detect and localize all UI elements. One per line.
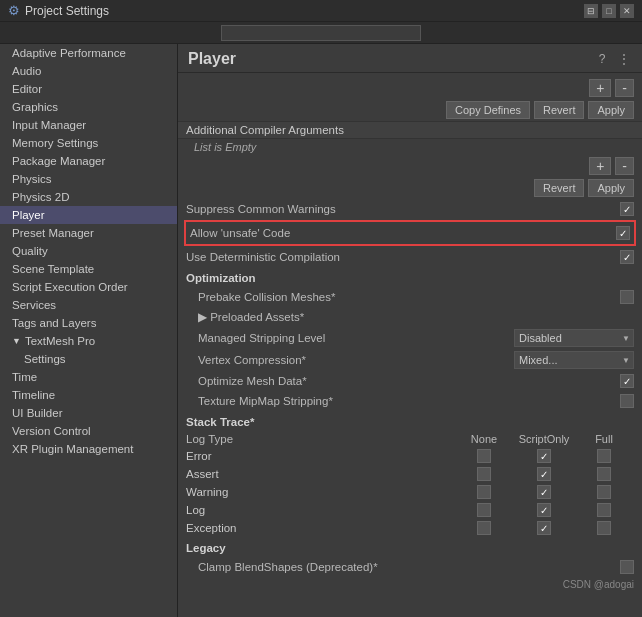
sidebar-item-scene-template[interactable]: Scene Template: [0, 260, 177, 278]
sidebar: Adaptive Performance Audio Editor Graphi…: [0, 44, 178, 617]
texture-mipmap-checkbox[interactable]: [620, 394, 634, 408]
assert-scriptonly-cell: [514, 467, 574, 481]
minimize-button[interactable]: ⊟: [584, 4, 598, 18]
managed-stripping-select[interactable]: Disabled Low Medium High: [514, 329, 634, 347]
sidebar-item-quality[interactable]: Quality: [0, 242, 177, 260]
top-btn-row: + -: [178, 77, 642, 99]
exception-scriptonly-checkbox[interactable]: [537, 521, 551, 535]
sidebar-item-ui-builder[interactable]: UI Builder: [0, 404, 177, 422]
managed-stripping-dropdown-wrapper: Disabled Low Medium High ▼: [514, 329, 634, 347]
preloaded-assets-label: ▶ Preloaded Assets*: [198, 310, 304, 324]
sidebar-item-adaptive-performance[interactable]: Adaptive Performance: [0, 44, 177, 62]
more-icon[interactable]: ⋮: [616, 51, 632, 67]
stack-trace-col-header: Log Type None ScriptOnly Full: [178, 431, 642, 447]
compiler-arguments-header: Additional Compiler Arguments: [178, 121, 642, 139]
maximize-button[interactable]: □: [602, 4, 616, 18]
top-revert-button[interactable]: Revert: [534, 101, 584, 119]
exception-none-checkbox[interactable]: [477, 521, 491, 535]
optimization-header-row: Optimization: [178, 267, 642, 287]
warning-label: Warning: [186, 486, 454, 498]
log-full-cell: [574, 503, 634, 517]
help-icon[interactable]: ?: [594, 51, 610, 67]
error-full-checkbox[interactable]: [597, 449, 611, 463]
optimize-mesh-checkbox[interactable]: [620, 374, 634, 388]
stack-trace-header-row: Stack Trace*: [178, 411, 642, 431]
assert-label: Assert: [186, 468, 454, 480]
vertex-compression-label: Vertex Compression*: [198, 354, 306, 366]
allow-unsafe-code-label: Allow 'unsafe' Code: [190, 227, 290, 239]
sidebar-item-graphics[interactable]: Graphics: [0, 98, 177, 116]
sidebar-item-textmesh-pro[interactable]: ▼ TextMesh Pro: [0, 332, 177, 350]
error-scriptonly-checkbox[interactable]: [537, 449, 551, 463]
sidebar-item-preset-manager[interactable]: Preset Manager: [0, 224, 177, 242]
content-panel: Player ? ⋮ + - Copy Defines Revert Apply…: [178, 44, 642, 617]
sidebar-item-version-control[interactable]: Version Control: [0, 422, 177, 440]
warning-none-cell: [454, 485, 514, 499]
copy-defines-button[interactable]: Copy Defines: [446, 101, 530, 119]
sidebar-item-xr-plugin-management[interactable]: XR Plugin Management: [0, 440, 177, 458]
allow-unsafe-code-checkbox[interactable]: [616, 226, 630, 240]
allow-unsafe-code-highlighted: Allow 'unsafe' Code: [184, 220, 636, 246]
assert-none-checkbox[interactable]: [477, 467, 491, 481]
bottom-apply-button[interactable]: Apply: [588, 179, 634, 197]
remove-compiler-button[interactable]: -: [615, 157, 634, 175]
error-none-cell: [454, 449, 514, 463]
suppress-warnings-checkbox[interactable]: [620, 202, 634, 216]
sidebar-item-audio[interactable]: Audio: [0, 62, 177, 80]
add-compiler-button[interactable]: +: [589, 157, 611, 175]
sidebar-item-memory-settings[interactable]: Memory Settings: [0, 134, 177, 152]
assert-full-checkbox[interactable]: [597, 467, 611, 481]
exception-full-checkbox[interactable]: [597, 521, 611, 535]
warning-full-checkbox[interactable]: [597, 485, 611, 499]
vertex-compression-value: None Mixed... Everything ▼: [514, 351, 634, 369]
prebake-collision-row: Prebake Collision Meshes*: [178, 287, 642, 307]
deterministic-compilation-row: Use Deterministic Compilation: [178, 247, 642, 267]
exception-label: Exception: [186, 522, 454, 534]
log-full-checkbox[interactable]: [597, 503, 611, 517]
sidebar-item-time[interactable]: Time: [0, 368, 177, 386]
search-input[interactable]: [221, 25, 421, 41]
deterministic-compilation-label-wrap: Use Deterministic Compilation: [186, 251, 620, 263]
top-apply-button[interactable]: Apply: [588, 101, 634, 119]
assert-scriptonly-checkbox[interactable]: [537, 467, 551, 481]
sidebar-item-package-manager[interactable]: Package Manager: [0, 152, 177, 170]
log-scriptonly-checkbox[interactable]: [537, 503, 551, 517]
sidebar-item-textmesh-settings[interactable]: Settings: [0, 350, 177, 368]
prebake-collision-label-wrap: Prebake Collision Meshes*: [198, 291, 620, 303]
optimize-mesh-label: Optimize Mesh Data*: [198, 375, 307, 387]
sidebar-item-editor[interactable]: Editor: [0, 80, 177, 98]
error-none-checkbox[interactable]: [477, 449, 491, 463]
allow-unsafe-code-label-wrap: Allow 'unsafe' Code: [190, 227, 616, 239]
remove-define-button[interactable]: -: [615, 79, 634, 97]
compiler-empty-text: List is Empty: [178, 139, 642, 155]
add-define-button[interactable]: +: [589, 79, 611, 97]
stack-trace-warning-row: Warning: [178, 483, 642, 501]
prebake-collision-value: [620, 290, 634, 304]
sidebar-item-input-manager[interactable]: Input Manager: [0, 116, 177, 134]
close-button[interactable]: ✕: [620, 4, 634, 18]
optimize-mesh-row: Optimize Mesh Data*: [178, 371, 642, 391]
stack-trace-log-row: Log: [178, 501, 642, 519]
deterministic-compilation-checkbox[interactable]: [620, 250, 634, 264]
sidebar-item-physics-2d[interactable]: Physics 2D: [0, 188, 177, 206]
error-scriptonly-cell: [514, 449, 574, 463]
prebake-collision-checkbox[interactable]: [620, 290, 634, 304]
bottom-revert-button[interactable]: Revert: [534, 179, 584, 197]
sidebar-item-tags-and-layers[interactable]: Tags and Layers: [0, 314, 177, 332]
warning-none-checkbox[interactable]: [477, 485, 491, 499]
stack-trace-heading: Stack Trace*: [186, 416, 254, 428]
legacy-heading: Legacy: [186, 542, 226, 554]
warning-scriptonly-checkbox[interactable]: [537, 485, 551, 499]
sidebar-item-services[interactable]: Services: [0, 296, 177, 314]
sidebar-item-timeline[interactable]: Timeline: [0, 386, 177, 404]
error-label: Error: [186, 450, 454, 462]
sidebar-item-script-execution-order[interactable]: Script Execution Order: [0, 278, 177, 296]
clamp-blendshapes-checkbox[interactable]: [620, 560, 634, 574]
sidebar-item-player[interactable]: Player: [0, 206, 177, 224]
sidebar-item-physics[interactable]: Physics: [0, 170, 177, 188]
search-bar: [0, 22, 642, 44]
warning-full-cell: [574, 485, 634, 499]
log-label: Log: [186, 504, 454, 516]
vertex-compression-select[interactable]: None Mixed... Everything: [514, 351, 634, 369]
log-none-checkbox[interactable]: [477, 503, 491, 517]
